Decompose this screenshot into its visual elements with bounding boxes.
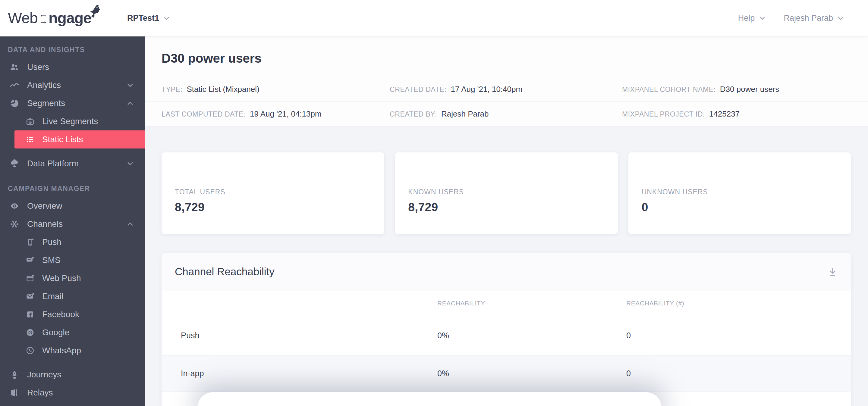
cell-channel: In-app	[161, 369, 437, 378]
sidebar-item-journeys[interactable]: Journeys	[0, 366, 145, 384]
sidebar-item-push[interactable]: Push	[0, 233, 145, 251]
sidebar-item-label: Static Lists	[42, 135, 83, 144]
sidebar-item-email[interactable]: Email	[0, 287, 145, 305]
sidebar-item-facebook[interactable]: Facebook	[0, 305, 145, 324]
meta-row-1: TYPE: Static List (Mixpanel) CREATED DAT…	[145, 77, 868, 102]
sidebar-item-label: WhatsApp	[42, 346, 81, 356]
sidebar-item-segments[interactable]: Segments	[0, 94, 145, 112]
svg-text:G: G	[28, 330, 32, 335]
unknown-users-card: UNKNOWN USERS 0	[628, 153, 851, 234]
sidebar-item-label: Google	[42, 328, 69, 337]
sidebar-item-channels[interactable]: Channels	[0, 215, 145, 233]
download-button[interactable]	[814, 262, 838, 281]
project-name: RPTest1	[127, 13, 159, 23]
sidebar-item-label: Push	[42, 237, 61, 247]
sidebar-item-label: Journeys	[27, 370, 61, 379]
channel-reachability-panel: Channel Reachability REACHABILITY REACHA…	[161, 253, 851, 406]
chevron-down-icon	[758, 14, 766, 22]
chevron-down-icon	[837, 14, 844, 22]
sidebar-item-relays[interactable]: Relays	[0, 384, 145, 402]
sidebar-item-label: Analytics	[27, 80, 61, 90]
meta-row-2: LAST COMPUTED DATE: 19 Aug '21, 04:13pm …	[145, 102, 868, 127]
sidebar-item-label: Overview	[27, 201, 62, 211]
rocket-icon	[8, 370, 21, 379]
topbar: Web ←→ ngage RPTest1 Help Rajesh Parab	[0, 0, 868, 36]
known-users-card: KNOWN USERS 8,729	[395, 153, 618, 234]
sidebar-item-analytics[interactable]: Analytics	[0, 76, 145, 94]
sidebar-item-overview[interactable]: Overview	[0, 197, 145, 215]
download-icon	[828, 267, 838, 277]
live-segments-icon	[25, 117, 36, 126]
topbar-right: Help Rajesh Parab	[738, 13, 844, 23]
sidebar-item-data-platform[interactable]: Data Platform	[0, 155, 145, 173]
analytics-icon	[8, 80, 21, 90]
cell-reachability: 0%	[437, 369, 626, 378]
table-row-push: Push 0% 0	[161, 316, 851, 356]
meta-label: LAST COMPUTED DATE:	[161, 110, 246, 119]
cell-channel: Push	[161, 331, 437, 340]
cell-reachability-count: 0	[626, 369, 851, 378]
total-users-card: TOTAL USERS 8,729	[161, 153, 384, 234]
meta-label: MIXPANEL PROJECT ID:	[622, 110, 705, 119]
chevron-down-icon	[126, 81, 134, 90]
static-lists-icon	[25, 135, 36, 144]
stat-value: 8,729	[175, 201, 371, 214]
column-header-reachability-count: REACHABILITY (#)	[626, 300, 851, 307]
sidebar-item-web-push[interactable]: Web Push	[0, 269, 145, 287]
meta-label: MIXPANEL COHORT NAME:	[622, 86, 716, 94]
column-header-reachability: REACHABILITY	[437, 300, 626, 307]
sidebar-item-live-segments[interactable]: Live Segments	[0, 112, 145, 130]
sidebar-item-users[interactable]: Users	[0, 58, 145, 76]
web-push-channel-icon	[25, 274, 36, 283]
chevron-down-icon	[126, 159, 134, 168]
megaphone-icon	[8, 388, 21, 398]
sidebar: DATA AND INSIGHTS Users Analytics Segmen…	[0, 36, 145, 406]
panel-title: Channel Reachability	[175, 266, 275, 278]
sidebar-item-label: Live Segments	[42, 116, 98, 126]
sidebar-item-static-lists[interactable]: Static Lists	[14, 130, 145, 148]
meta-type: TYPE: Static List (Mixpanel)	[161, 84, 390, 94]
whatsapp-icon	[25, 346, 36, 355]
sidebar-item-label: Users	[27, 62, 49, 72]
meta-label: CREATED BY:	[390, 110, 437, 119]
meta-mixpanel-project-id: MIXPANEL PROJECT ID: 1425237	[622, 109, 851, 119]
google-icon: G	[25, 328, 36, 337]
sidebar-item-label: Email	[42, 292, 63, 301]
meta-created-by: CREATED BY: Rajesh Parab	[390, 109, 622, 119]
sidebar-item-sms[interactable]: SMS	[0, 251, 145, 269]
sidebar-item-label: Data Platform	[27, 159, 79, 168]
sidebar-item-label: Facebook	[42, 310, 79, 319]
webengage-bird-icon	[87, 3, 102, 19]
cell-reachability: 0%	[437, 331, 626, 340]
meta-value: Rajesh Parab	[441, 109, 489, 119]
project-selector[interactable]: RPTest1	[127, 13, 170, 23]
chevron-down-icon	[163, 14, 170, 22]
webengage-logo[interactable]: Web ←→ ngage	[8, 9, 91, 27]
panel-header: Channel Reachability	[161, 253, 851, 291]
sidebar-item-google[interactable]: G Google	[0, 324, 145, 342]
help-menu[interactable]: Help	[738, 13, 767, 23]
meta-created-date: CREATED DATE: 17 Aug '21, 10:40pm	[390, 84, 622, 94]
data-platform-icon	[8, 159, 21, 168]
sms-channel-icon	[25, 256, 36, 265]
stat-value: 8,729	[408, 201, 604, 214]
sidebar-item-whatsapp[interactable]: WhatsApp	[0, 342, 145, 360]
users-icon	[8, 62, 21, 72]
cell-reachability-count: 0	[626, 331, 851, 340]
segments-icon	[8, 99, 21, 108]
sidebar-item-label: Relays	[27, 388, 53, 398]
table-row-in-app: In-app 0% 0	[161, 356, 851, 392]
sidebar-item-label: Segments	[27, 99, 65, 108]
email-channel-icon	[25, 292, 36, 301]
sidebar-item-label: Web Push	[42, 273, 81, 283]
webengage-app: Web ←→ ngage RPTest1 Help Rajesh Parab	[0, 0, 868, 406]
channels-icon	[8, 219, 21, 229]
stat-label: TOTAL USERS	[175, 188, 371, 196]
user-name: Rajesh Parab	[784, 13, 833, 23]
sidebar-item-label: Channels	[27, 219, 63, 229]
page-header: D30 power users TYPE: Static List (Mixpa…	[145, 36, 868, 127]
sidebar-section-campaign-manager: CAMPAIGN MANAGER	[0, 173, 145, 197]
meta-value: 17 Aug '21, 10:40pm	[451, 84, 522, 94]
meta-value: 19 Aug '21, 04:13pm	[250, 109, 321, 119]
user-menu[interactable]: Rajesh Parab	[784, 13, 844, 23]
